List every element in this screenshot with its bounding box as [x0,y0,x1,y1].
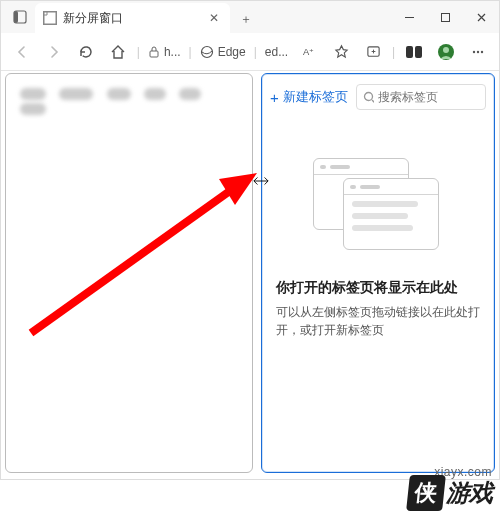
new-tab-button[interactable]: ＋ [232,5,260,33]
collection-label[interactable]: ed... [261,45,292,59]
empty-description: 可以从左侧标签页拖动链接以在此处打开，或打开新标签页 [276,303,480,339]
right-pane[interactable]: + 新建标签页 [261,73,495,473]
edge-icon [200,45,214,59]
svg-line-19 [372,100,374,103]
svg-point-14 [443,47,449,53]
toolbar: | h... | Edge | ed... A⁺ | [1,33,499,71]
home-button[interactable] [103,37,133,67]
right-pane-header: + 新建标签页 [262,74,494,118]
svg-rect-2 [44,12,56,24]
search-tabs-box[interactable] [356,84,486,110]
edge-brand[interactable]: Edge [196,45,250,59]
profile-button[interactable] [431,37,461,67]
svg-text:A⁺: A⁺ [303,47,314,57]
window-controls [391,1,499,33]
collections-button[interactable] [358,37,388,67]
watermark-char: 侠 [406,475,446,511]
favorites-button[interactable] [326,37,356,67]
read-aloud-button[interactable]: A⁺ [294,37,324,67]
separator: | [135,45,142,59]
watermark: xiayx.com 侠 游戏 [408,465,492,511]
svg-rect-4 [441,13,449,21]
svg-point-18 [364,92,372,100]
browser-tab[interactable]: 新分屏窗口 ✕ [35,3,230,33]
svg-rect-11 [406,46,413,58]
maximize-button[interactable] [427,1,463,33]
address-text: h... [164,45,181,59]
more-button[interactable] [463,37,493,67]
split-resize-handle[interactable] [253,175,269,187]
empty-title: 你打开的标签页将显示在此处 [276,279,480,297]
tab-actions-icon[interactable] [7,1,33,33]
edge-label: Edge [218,45,246,59]
svg-rect-1 [14,11,18,23]
split-content: + 新建标签页 [1,71,499,479]
page-icon [43,11,57,25]
address-display[interactable]: h... [144,45,185,59]
blurred-content [6,74,252,132]
svg-point-15 [473,50,475,52]
new-tab-link[interactable]: + 新建标签页 [270,88,348,106]
search-tabs-input[interactable] [378,90,479,104]
tab-title: 新分屏窗口 [63,10,200,27]
browser-window: 新分屏窗口 ✕ ＋ | [0,0,500,480]
new-tab-label: 新建标签页 [283,88,348,106]
close-window-button[interactable] [463,1,499,33]
svg-rect-5 [150,51,158,57]
close-tab-button[interactable]: ✕ [206,10,222,26]
left-pane[interactable] [5,73,253,473]
separator: | [187,45,194,59]
plus-icon: + [270,89,279,106]
back-button[interactable] [7,37,37,67]
empty-illustration [313,158,443,253]
refresh-button[interactable] [71,37,101,67]
watermark-text: 游戏 [446,477,492,509]
empty-state: 你打开的标签页将显示在此处 可以从左侧标签页拖动链接以在此处打开，或打开新标签页 [262,118,494,339]
search-icon [363,91,374,104]
titlebar: 新分屏窗口 ✕ ＋ [1,1,499,33]
split-screen-button[interactable] [399,37,429,67]
svg-rect-12 [415,46,422,58]
lock-icon [148,46,160,58]
svg-point-16 [477,50,479,52]
minimize-button[interactable] [391,1,427,33]
separator: | [252,45,259,59]
separator: | [390,45,397,59]
forward-button[interactable] [39,37,69,67]
svg-point-17 [481,50,483,52]
